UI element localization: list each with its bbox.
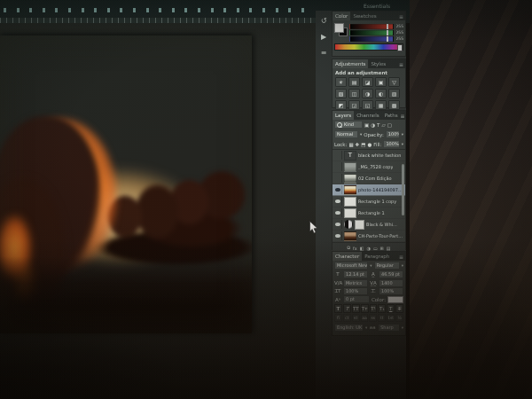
font-size-field[interactable]: 12.14 pt: [343, 270, 368, 278]
color-lookup-icon[interactable]: ◩: [335, 100, 347, 110]
visibility-toggle[interactable]: [333, 208, 342, 217]
lock-all-icon[interactable]: ●: [367, 142, 372, 147]
photo-filter-icon[interactable]: ◐: [375, 89, 387, 98]
fill-value[interactable]: 100%: [383, 140, 399, 148]
layer-row[interactable]: T black white fashion: [332, 150, 405, 161]
lock-position-icon[interactable]: ⬒: [361, 142, 365, 147]
new-group-icon[interactable]: ▭: [373, 246, 378, 251]
tracking-field[interactable]: 1400: [379, 279, 403, 287]
curves-icon[interactable]: ◪: [362, 77, 373, 87]
visibility-toggle[interactable]: [333, 162, 342, 171]
panel-menu-icon[interactable]: ≡: [399, 59, 405, 68]
text-color-swatch[interactable]: [387, 296, 403, 303]
panel-menu-icon[interactable]: ≡: [401, 111, 407, 120]
hue-saturation-icon[interactable]: ▧: [335, 89, 347, 98]
delete-layer-icon[interactable]: ▤: [387, 246, 391, 251]
invert-icon[interactable]: ◲: [348, 100, 360, 110]
baseline-shift-field[interactable]: 0 pt: [343, 295, 370, 303]
layer-row[interactable]: _MG_7528 copy: [332, 161, 405, 173]
tab-color[interactable]: Color: [332, 12, 350, 20]
faux-bold-button[interactable]: T: [334, 304, 342, 313]
titling-alternates-button[interactable]: tt: [378, 314, 386, 322]
filter-adjustment-icon[interactable]: ◑: [371, 122, 375, 128]
leading-field[interactable]: 46.59 pt: [379, 270, 403, 278]
actions-icon[interactable]: ▶: [316, 30, 332, 43]
layer-filter-kind[interactable]: Kind: [334, 121, 363, 129]
contextual-alternates-button[interactable]: ct: [343, 314, 351, 322]
tab-paths[interactable]: Paths: [382, 111, 401, 120]
layer-row[interactable]: 02 Com Edição: [332, 173, 405, 184]
visibility-toggle[interactable]: [333, 231, 342, 240]
layer-thumbnail[interactable]: [344, 185, 356, 195]
layer-mask-thumbnail[interactable]: [355, 220, 364, 230]
underline-button[interactable]: T: [387, 304, 395, 313]
ordinals-button[interactable]: 1st: [387, 314, 395, 322]
visibility-toggle[interactable]: [333, 151, 342, 160]
red-value[interactable]: 255: [395, 24, 403, 28]
anti-alias-select[interactable]: Sharp: [378, 324, 400, 332]
layer-style-icon[interactable]: fx: [353, 246, 357, 251]
blue-slider-knob[interactable]: [387, 36, 388, 42]
add-mask-icon[interactable]: ◧: [360, 246, 364, 251]
workspace-switcher[interactable]: Essentials: [364, 3, 390, 9]
layer-row[interactable]: Rectangle 1 copy: [332, 196, 405, 207]
all-caps-button[interactable]: TT: [352, 304, 360, 313]
layer-row-selected[interactable]: photo-14419409720...: [332, 184, 405, 196]
tab-paragraph[interactable]: Paragraph: [362, 252, 392, 261]
selective-color-icon[interactable]: ▩: [388, 100, 400, 110]
foreground-background-swatches[interactable]: [334, 23, 347, 35]
exposure-icon[interactable]: ▣: [375, 77, 387, 87]
link-layers-icon[interactable]: ⧉: [347, 245, 350, 251]
panel-menu-icon[interactable]: ≡: [399, 12, 405, 20]
layer-row[interactable]: Black & Whi...: [332, 219, 405, 231]
font-family-select[interactable]: Microsoft New ...: [334, 262, 368, 270]
channel-mixer-icon[interactable]: ▨: [388, 89, 400, 98]
levels-icon[interactable]: ▤: [348, 77, 360, 87]
green-slider-knob[interactable]: [387, 30, 388, 35]
filter-smart-object-icon[interactable]: ▢: [387, 122, 392, 128]
document-canvas[interactable]: [0, 35, 252, 333]
properties-icon[interactable]: ≡: [316, 46, 332, 59]
layers-scrollbar[interactable]: [402, 164, 404, 215]
tab-swatches[interactable]: Swatches: [350, 12, 379, 20]
history-icon[interactable]: ↺: [316, 14, 332, 27]
panel-menu-icon[interactable]: ≡: [399, 252, 405, 261]
layer-thumbnail[interactable]: [344, 174, 356, 184]
stylistic-alternates-button[interactable]: ss: [369, 314, 377, 322]
opacity-value[interactable]: 100%: [386, 130, 400, 138]
strikethrough-button[interactable]: T: [395, 304, 403, 313]
visibility-toggle[interactable]: [333, 174, 342, 183]
tab-adjustments[interactable]: Adjustments: [332, 59, 368, 68]
lock-pixels-icon[interactable]: ✚: [356, 142, 360, 147]
standard-ligatures-button[interactable]: fi: [334, 314, 342, 322]
red-slider-knob[interactable]: [387, 24, 388, 29]
text-layer-thumbnail[interactable]: T: [344, 151, 356, 160]
blend-mode-select[interactable]: Normal: [334, 130, 358, 138]
swash-button[interactable]: aa: [361, 314, 369, 322]
adjustment-layer-icon[interactable]: ◑: [367, 246, 371, 251]
vertical-scale-field[interactable]: 100%: [343, 287, 368, 295]
foreground-color-swatch[interactable]: [334, 23, 344, 33]
red-slider[interactable]: [349, 24, 394, 29]
brightness-contrast-icon[interactable]: ☀: [335, 77, 347, 87]
green-slider[interactable]: [349, 30, 394, 35]
threshold-icon[interactable]: ▦: [375, 100, 387, 110]
blue-slider[interactable]: [349, 36, 394, 42]
spectrum-knob[interactable]: [397, 44, 403, 51]
horizontal-scale-field[interactable]: 100%: [379, 287, 403, 295]
small-caps-button[interactable]: Tᴛ: [361, 304, 369, 313]
new-layer-icon[interactable]: ⊞: [380, 246, 384, 251]
layer-thumbnail[interactable]: [344, 231, 356, 241]
visibility-toggle[interactable]: [333, 197, 342, 206]
filter-shape-icon[interactable]: ▱: [381, 122, 385, 128]
language-select[interactable]: English: UK: [334, 324, 364, 332]
tab-character[interactable]: Character: [332, 252, 362, 261]
layer-row[interactable]: CH-Parte-Tour-Parte 8: [332, 231, 405, 242]
font-style-select[interactable]: Regular: [374, 262, 400, 270]
lock-transparency-icon[interactable]: ▦: [348, 142, 353, 147]
discretionary-ligatures-button[interactable]: st: [352, 314, 360, 322]
fractions-button[interactable]: ½: [395, 314, 403, 322]
vibrance-icon[interactable]: ▽: [388, 77, 400, 87]
faux-italic-button[interactable]: T: [343, 304, 351, 313]
filter-pixel-icon[interactable]: ▣: [364, 122, 369, 128]
